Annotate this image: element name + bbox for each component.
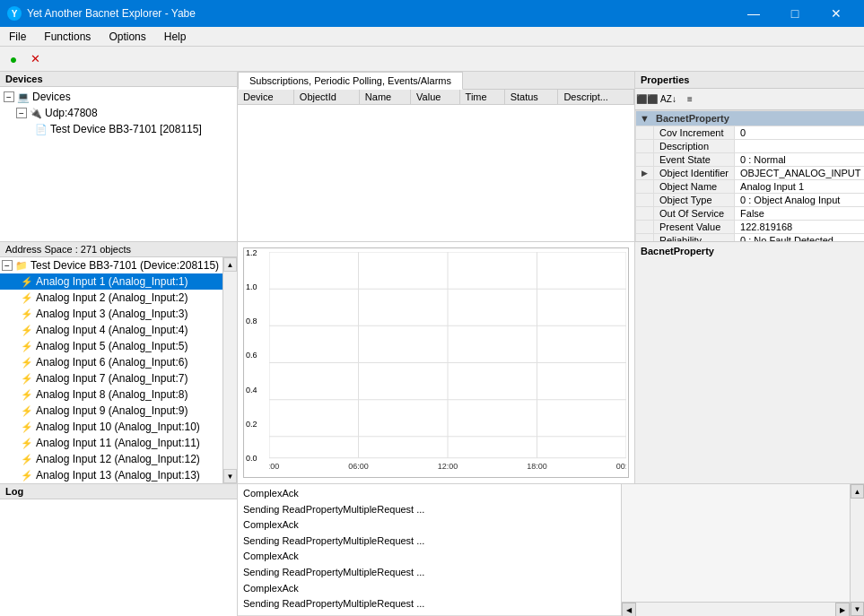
network-icon: 🔌 (29, 106, 43, 120)
col-descript[interactable]: Descript... (558, 90, 634, 105)
log-line: ComplexAck (243, 612, 615, 616)
prop-footer-label: BacnetProperty (641, 246, 714, 256)
col-name[interactable]: Name (359, 90, 410, 105)
property-row[interactable]: Object Name Analog Input 1 (636, 180, 865, 194)
prop-value-cell: 0 : Normal (735, 153, 864, 167)
tree-expand-addr-root[interactable]: − (2, 260, 13, 271)
prop-btn-3[interactable]: ≡ (680, 90, 700, 109)
hscroll-left[interactable]: ◀ (622, 603, 636, 616)
menu-functions[interactable]: Functions (35, 27, 100, 47)
close-button[interactable]: ✕ (816, 0, 857, 27)
window-controls[interactable]: — □ ✕ (733, 0, 857, 27)
prop-value-cell: OBJECT_ANALOG_INPUT (735, 167, 864, 180)
prop-name-cell: Cov Increment (654, 126, 735, 140)
address-item-13[interactable]: ⚡ Analog Input 13 (Analog_Input:13) (0, 467, 223, 483)
address-item-1[interactable]: ⚡ Analog Input 1 (Analog_Input:1) (0, 273, 223, 290)
col-status[interactable]: Status (504, 90, 558, 105)
address-label-5: Analog Input 5 (Analog_Input:5) (36, 340, 188, 352)
log-hscroll[interactable]: ◀ ▶ (622, 602, 850, 616)
address-item-8[interactable]: ⚡ Analog Input 8 (Analog_Input:8) (0, 386, 223, 403)
connect-button[interactable]: ● (4, 49, 23, 69)
menu-help[interactable]: Help (155, 27, 196, 47)
col-device[interactable]: Device (238, 90, 293, 105)
prop-value-cell: 0 : No Fault Detected (735, 234, 864, 242)
prop-btn-2[interactable]: AZ↓ (659, 90, 678, 109)
tree-expand-udp[interactable]: − (16, 108, 27, 118)
maximize-button[interactable]: □ (774, 0, 816, 27)
hscroll-right[interactable]: ▶ (835, 603, 850, 616)
prop-empty-cell (636, 234, 654, 242)
menu-file[interactable]: File (0, 27, 35, 47)
properties-table-container[interactable]: ▼ BacnetProperty Cov Increment 0 Descrip… (635, 110, 864, 241)
log-line: Sending ReadPropertyMultipleRequest ... (243, 596, 615, 612)
analog-icon-8: ⚡ (20, 387, 34, 402)
subscriptions-data-table: Device ObjectId Name Value Time Status D… (238, 90, 634, 105)
property-row[interactable]: Out Of Service False (636, 207, 865, 221)
analog-icon-13: ⚡ (20, 468, 34, 482)
prop-empty-cell (636, 153, 654, 167)
property-row[interactable]: Cov Increment 0 (636, 126, 865, 140)
log-scroll-down[interactable]: ▼ (851, 602, 864, 616)
addr-scroll-up[interactable]: ▲ (223, 257, 237, 272)
prop-footer: BacnetProperty (635, 242, 864, 483)
analog-icon-5: ⚡ (20, 339, 34, 353)
address-item-5[interactable]: ⚡ Analog Input 5 (Analog_Input:5) (0, 338, 223, 354)
tree-expand-devices[interactable]: − (4, 91, 14, 102)
tree-item-udp[interactable]: − 🔌 Udp:47808 (2, 105, 235, 121)
property-row[interactable]: Event State 0 : Normal (636, 153, 865, 167)
address-item-9[interactable]: ⚡ Analog Input 9 (Analog_Input:9) (0, 403, 223, 419)
hscroll-track (636, 603, 835, 616)
log-left: Log (0, 484, 238, 616)
analog-icon-7: ⚡ (20, 371, 34, 386)
property-row[interactable]: Present Value 122.819168 (636, 221, 865, 234)
minimize-button[interactable]: — (733, 0, 774, 27)
y-label-3: 0.6 (246, 351, 267, 360)
addr-scroll-down[interactable]: ▼ (223, 469, 237, 483)
log-scroll-up[interactable]: ▲ (851, 484, 864, 499)
disconnect-button[interactable]: ✕ (25, 49, 45, 69)
address-tree[interactable]: − 📁 Test Device BB3-7101 (Device:208115)… (0, 257, 237, 483)
address-item-6[interactable]: ⚡ Analog Input 6 (Analog_Input:6) (0, 354, 223, 370)
property-row[interactable]: Object Type 0 : Object Analog Input (636, 194, 865, 207)
log-right: ◀ ▶ (621, 484, 850, 616)
tree-item-devices[interactable]: − 💻 Devices (2, 89, 235, 105)
property-row[interactable]: Reliability 0 : No Fault Detected (636, 234, 865, 242)
tree-label-devices: Devices (32, 91, 71, 103)
y-label-2: 0.8 (246, 317, 267, 325)
property-row[interactable]: Description (636, 140, 865, 153)
prop-btn-1[interactable]: ⬛⬛ (637, 90, 657, 109)
subscriptions-table[interactable]: Device ObjectId Name Value Time Status D… (238, 90, 634, 241)
properties-table: ▼ BacnetProperty Cov Increment 0 Descrip… (635, 110, 864, 241)
analog-icon-6: ⚡ (20, 355, 34, 369)
address-item-0[interactable]: − 📁 Test Device BB3-7101 (Device:208115) (0, 257, 223, 273)
prop-empty-cell (636, 207, 654, 221)
tree-item-device[interactable]: 📄 Test Device BB3-7101 [208115] (2, 121, 235, 137)
log-center-content[interactable]: ComplexAckSending ReadPropertyMultipleRe… (238, 484, 621, 616)
prop-name-cell: Object Type (654, 194, 735, 207)
log-vscrollbar[interactable]: ▲ ▼ (850, 484, 864, 616)
toolbar: ● ✕ (0, 47, 864, 72)
prop-arrow-cell: ▶ (636, 167, 654, 180)
address-item-3[interactable]: ⚡ Analog Input 3 (Analog_Input:3) (0, 306, 223, 322)
log-header: Log (0, 484, 237, 499)
address-label-2: Analog Input 2 (Analog_Input:2) (36, 291, 188, 304)
devices-header: Devices (0, 72, 237, 87)
menu-options[interactable]: Options (100, 27, 154, 47)
address-scrollbar[interactable]: ▲ ▼ (223, 257, 237, 483)
address-tree-scroll[interactable]: − 📁 Test Device BB3-7101 (Device:208115)… (0, 257, 237, 483)
col-objectid[interactable]: ObjectId (293, 90, 359, 105)
log-center: ComplexAckSending ReadPropertyMultipleRe… (238, 484, 621, 616)
col-time[interactable]: Time (459, 90, 504, 105)
address-item-7[interactable]: ⚡ Analog Input 7 (Analog_Input:7) (0, 370, 223, 386)
address-item-2[interactable]: ⚡ Analog Input 2 (Analog_Input:2) (0, 290, 223, 306)
col-value[interactable]: Value (411, 90, 460, 105)
property-row[interactable]: ▶ Object Identifier OBJECT_ANALOG_INPUT (636, 167, 865, 180)
devices-tree[interactable]: − 💻 Devices − 🔌 Udp:47808 📄 Test Device … (0, 87, 237, 241)
tab-subscriptions[interactable]: Subscriptions, Periodic Polling, Events/… (238, 72, 463, 90)
address-item-4[interactable]: ⚡ Analog Input 4 (Analog_Input:4) (0, 322, 223, 338)
log-content[interactable] (0, 499, 237, 616)
address-item-11[interactable]: ⚡ Analog Input 11 (Analog_Input:11) (0, 435, 223, 451)
address-item-12[interactable]: ⚡ Analog Input 12 (Analog_Input:12) (0, 451, 223, 467)
address-item-10[interactable]: ⚡ Analog Input 10 (Analog_Input:10) (0, 419, 223, 435)
prop-empty-cell (636, 221, 654, 234)
